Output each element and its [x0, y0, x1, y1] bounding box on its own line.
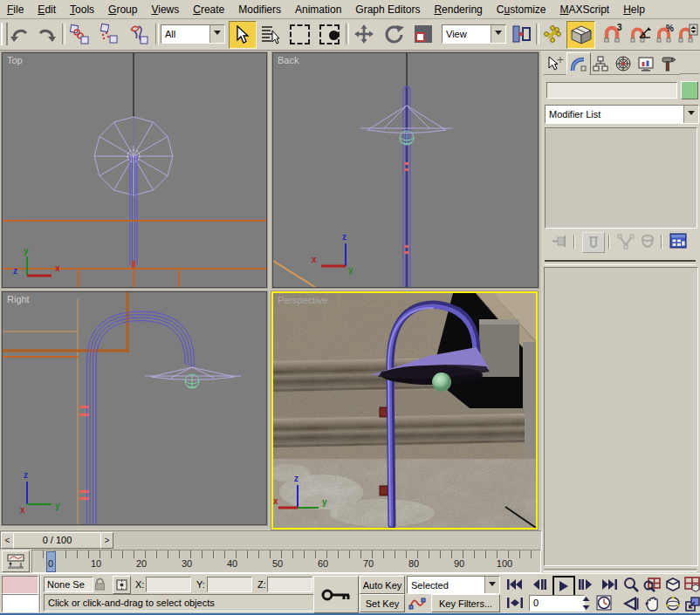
- set-keys-button[interactable]: [313, 576, 359, 613]
- menu-group[interactable]: Group: [101, 2, 144, 17]
- time-slider[interactable]: < 0 / 100 >: [0, 530, 542, 550]
- snaps-toggle-button[interactable]: [566, 21, 595, 49]
- open-mini-curve-editor-button[interactable]: [2, 550, 30, 572]
- configure-modifier-sets-button[interactable]: [669, 233, 687, 250]
- track-bar-ruler[interactable]: 0102030405060708090100: [31, 550, 541, 573]
- default-tangent-button[interactable]: [407, 594, 428, 611]
- maxscript-listener-pane[interactable]: [2, 594, 38, 612]
- select-object-button[interactable]: [229, 21, 257, 49]
- undo-button[interactable]: [7, 21, 33, 47]
- menu-modifiers[interactable]: Modifiers: [231, 2, 288, 17]
- viewport-top-label[interactable]: Top: [7, 55, 23, 65]
- viewport-right-label[interactable]: Right: [7, 294, 30, 304]
- absolute-mode-transform-toggle[interactable]: [113, 576, 131, 594]
- object-name-field[interactable]: [546, 82, 677, 99]
- macro-recorder-pane[interactable]: [2, 576, 38, 594]
- go-to-end-button[interactable]: [599, 577, 620, 592]
- play-animation-button[interactable]: [552, 576, 575, 597]
- key-filters-button[interactable]: Key Filters...: [431, 594, 500, 612]
- menu-edit[interactable]: Edit: [31, 2, 63, 17]
- select-and-link-button[interactable]: [66, 21, 93, 47]
- select-and-scale-button[interactable]: [410, 21, 436, 47]
- modifier-list-dropdown[interactable]: Modifier List: [545, 105, 699, 124]
- arc-rotate-button[interactable]: [663, 595, 683, 612]
- snap-toggle-3d-button[interactable]: 3: [599, 21, 625, 47]
- zoom-all-button[interactable]: [642, 576, 662, 593]
- x-coordinate-field[interactable]: [146, 577, 191, 592]
- zoom-button[interactable]: [621, 576, 641, 593]
- current-frame-field[interactable]: 0: [529, 595, 585, 612]
- tab-display[interactable]: [635, 52, 657, 75]
- selection-set-arrow[interactable]: [484, 577, 499, 593]
- min-max-toggle-button[interactable]: [684, 595, 700, 612]
- show-end-result-button[interactable]: [582, 232, 605, 253]
- ruler-number: 0: [48, 558, 53, 569]
- object-color-swatch[interactable]: [681, 81, 698, 99]
- rectangular-selection-region-button[interactable]: [286, 21, 312, 47]
- viewport-top[interactable]: y x z Top: [2, 52, 267, 288]
- menu-customize[interactable]: Customize: [490, 2, 553, 17]
- previous-frame-button[interactable]: [529, 577, 550, 592]
- selection-filter-dropdown[interactable]: All: [161, 24, 225, 44]
- menu-views[interactable]: Views: [144, 2, 186, 17]
- pin-stack-button[interactable]: [551, 234, 568, 249]
- tab-utilities[interactable]: [657, 52, 680, 75]
- tab-motion[interactable]: [612, 52, 635, 75]
- menu-help[interactable]: Help: [616, 2, 652, 17]
- remove-modifier-button[interactable]: [640, 234, 655, 249]
- viewport-back-label[interactable]: Back: [278, 55, 299, 65]
- selection-filter-arrow[interactable]: [209, 25, 224, 43]
- angle-snap-toggle-button[interactable]: [627, 21, 653, 47]
- time-slider-handle[interactable]: 0 / 100: [13, 532, 101, 549]
- tab-create[interactable]: [544, 52, 566, 75]
- viewport-perspective-label[interactable]: Perspective: [278, 295, 327, 305]
- select-and-manipulate-button[interactable]: [541, 21, 564, 47]
- select-by-name-button[interactable]: [257, 21, 283, 47]
- auto-key-button[interactable]: Auto Key: [360, 576, 405, 594]
- modifier-list-arrow[interactable]: [683, 106, 698, 123]
- set-key-button[interactable]: Set Key: [360, 594, 405, 612]
- use-pivot-point-center-button[interactable]: [508, 21, 534, 47]
- reference-coordinate-dropdown[interactable]: View: [442, 24, 506, 44]
- key-mode-toggle-button[interactable]: [504, 595, 525, 611]
- pan-view-button[interactable]: [642, 595, 662, 612]
- tab-modify[interactable]: [566, 52, 591, 75]
- window-crossing-toggle-button[interactable]: [316, 21, 342, 47]
- frame-spinner[interactable]: [581, 595, 591, 612]
- bind-to-space-warp-button[interactable]: [126, 21, 152, 47]
- selection-lock-toggle[interactable]: [93, 577, 106, 591]
- selection-set-dropdown[interactable]: Selected: [407, 576, 500, 594]
- z-coordinate-field[interactable]: [267, 577, 312, 592]
- redo-button[interactable]: [33, 21, 59, 47]
- viewport-right[interactable]: z y x Right: [2, 291, 267, 525]
- make-unique-button[interactable]: [617, 234, 635, 249]
- unlink-selection-button[interactable]: [96, 21, 122, 47]
- select-and-rotate-button[interactable]: [381, 21, 407, 47]
- menu-maxscript[interactable]: MAXScript: [553, 2, 617, 17]
- menu-rendering[interactable]: Rendering: [427, 2, 489, 17]
- time-slider-prev-button[interactable]: <: [1, 532, 14, 549]
- menu-file[interactable]: File: [0, 2, 31, 17]
- select-and-move-button[interactable]: [351, 21, 377, 47]
- spinner-snap-toggle-button[interactable]: [676, 21, 699, 47]
- field-of-view-button[interactable]: [621, 595, 641, 612]
- y-coordinate-field[interactable]: [207, 577, 252, 592]
- menu-bar: FileEditToolsGroupViewsCreateModifiersAn…: [0, 0, 700, 19]
- viewport-perspective[interactable]: z x y Perspective: [271, 291, 538, 530]
- menu-tools[interactable]: Tools: [63, 2, 101, 17]
- percent-snap-toggle-button[interactable]: %: [653, 21, 677, 47]
- zoom-extents-button[interactable]: [663, 576, 683, 593]
- selection-status-field[interactable]: None Se: [44, 577, 93, 592]
- tab-hierarchy[interactable]: [589, 52, 612, 75]
- time-configuration-button[interactable]: [594, 595, 614, 611]
- go-to-start-button[interactable]: [504, 577, 525, 592]
- time-slider-next-button[interactable]: >: [100, 532, 113, 549]
- reference-coordinate-arrow[interactable]: [491, 25, 505, 43]
- menu-create[interactable]: Create: [186, 2, 231, 17]
- menu-graph-editors[interactable]: Graph Editors: [348, 2, 427, 17]
- next-frame-button[interactable]: [575, 577, 596, 592]
- zoom-extents-all-button[interactable]: [684, 576, 700, 593]
- menu-animation[interactable]: Animation: [288, 2, 348, 17]
- viewport-back[interactable]: z x y Back: [272, 52, 539, 288]
- modifier-stack-list[interactable]: [545, 127, 697, 229]
